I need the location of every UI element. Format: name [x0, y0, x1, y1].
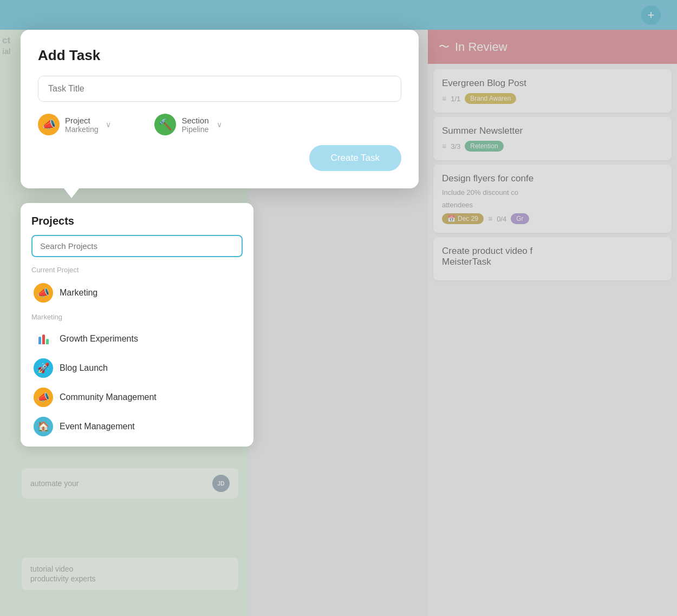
add-task-modal: Add Task 📣 Project Marketing ∨ 🔨 Section…	[21, 30, 419, 188]
modal-selectors: 📣 Project Marketing ∨ 🔨 Section Pipeline…	[38, 114, 401, 135]
marketing-group-label: Marketing	[31, 313, 243, 321]
project-name-community: Community Management	[60, 392, 157, 402]
section-chevron: ∨	[217, 120, 222, 129]
dropdown-title: Projects	[31, 215, 243, 227]
modal-title: Add Task	[38, 47, 401, 64]
project-name-growth: Growth Experiments	[60, 334, 138, 344]
current-project-icon: 📣	[34, 283, 53, 303]
project-label: Project	[65, 116, 98, 125]
project-sub: Marketing	[65, 125, 98, 134]
section-emoji: 🔨	[159, 118, 172, 131]
project-chevron: ∨	[106, 120, 111, 129]
create-task-button[interactable]: Create Task	[309, 145, 401, 171]
search-projects-input[interactable]	[40, 241, 234, 251]
search-input-wrap	[31, 235, 243, 257]
project-selector-text: Project Marketing	[65, 116, 98, 134]
task-title-input[interactable]	[38, 76, 401, 102]
bar-chart-icon	[38, 333, 49, 344]
project-emoji: 📣	[42, 118, 56, 131]
blog-icon: 🚀	[34, 358, 53, 378]
event-icon: 🏠	[34, 417, 53, 436]
project-name-event: Event Management	[60, 422, 135, 431]
current-project-label: Current Project	[31, 266, 243, 274]
project-selector-button[interactable]: 📣 Project Marketing ∨	[38, 114, 111, 135]
section-selector-button[interactable]: 🔨 Section Pipeline ∨	[154, 114, 222, 135]
project-item-event[interactable]: 🏠 Event Management	[31, 412, 243, 441]
project-item-blog[interactable]: 🚀 Blog Launch	[31, 353, 243, 383]
growth-icon	[34, 329, 53, 349]
section-label: Section	[181, 116, 209, 125]
community-icon: 📣	[34, 388, 53, 407]
project-item-community[interactable]: 📣 Community Management	[31, 383, 243, 412]
dropdown-arrow	[64, 188, 79, 198]
project-name-blog: Blog Launch	[60, 363, 108, 373]
current-project-item[interactable]: 📣 Marketing	[31, 278, 243, 307]
projects-dropdown: Projects Current Project 📣 Marketing Mar…	[21, 203, 253, 447]
current-project-name: Marketing	[60, 288, 97, 298]
project-icon: 📣	[38, 114, 60, 135]
section-selector-text: Section Pipeline	[181, 116, 209, 134]
section-icon: 🔨	[154, 114, 176, 135]
section-sub: Pipeline	[181, 125, 209, 134]
project-item-growth[interactable]: Growth Experiments	[31, 324, 243, 353]
